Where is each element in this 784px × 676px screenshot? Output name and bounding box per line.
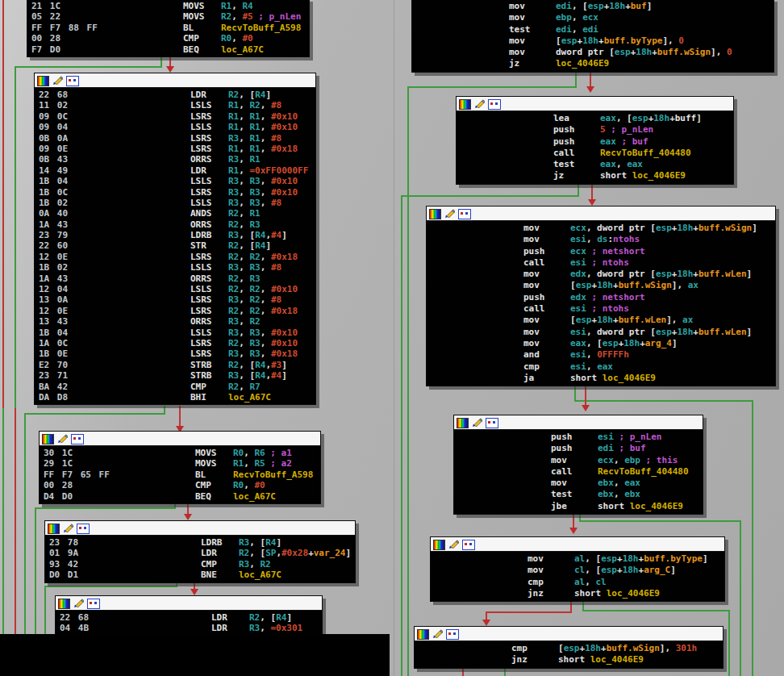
edit-pencil-icon[interactable]	[52, 73, 63, 89]
edge-arrowhead-icon	[586, 86, 594, 93]
asm-row: pusheax ; buf	[457, 136, 733, 148]
mnemonic: LSRS	[190, 133, 212, 144]
operands: R2, R7	[228, 382, 261, 392]
operands: R3, R2	[239, 559, 271, 570]
color-palette-icon[interactable]	[457, 418, 469, 428]
color-palette-icon[interactable]	[37, 76, 49, 86]
asm-row: 23 71STRBR3, [R4,#4]	[35, 370, 315, 381]
byte-column: 09 04	[39, 122, 68, 132]
edit-pencil-icon[interactable]	[57, 432, 68, 447]
byte-column: 1A 43	[39, 273, 68, 284]
operands: R3, R2, #8	[228, 294, 281, 305]
graph-node[interactable]: movecx, dword ptr [esp+18h+buff.wSign]mo…	[426, 206, 776, 386]
mnemonic: LSRS	[190, 306, 212, 316]
group-node-icon[interactable]	[77, 524, 90, 534]
asm-row: 12 0ELSRSR2, R2, #0x18	[35, 252, 315, 262]
edit-pencil-icon[interactable]	[448, 537, 459, 553]
graph-canvas[interactable]: 21 1CMOVSR1, R405 22MOVSR2, #5 ; p_nLenF…	[0, 0, 784, 676]
asm-row: 04 4BLDRR3, =0x301	[56, 623, 322, 633]
mnemonic: cmp	[528, 577, 544, 588]
graph-node[interactable]: leaeax, [esp+18h+buff]push5 ; p_nLenpush…	[456, 96, 734, 185]
edit-pencil-icon[interactable]	[472, 415, 482, 431]
operands: R1, R1, #0x10	[228, 122, 298, 132]
byte-column: 22 68	[60, 612, 89, 623]
graph-node[interactable]: 21 1CMOVSR1, R405 22MOVSR2, #5 ; p_nLenF…	[27, 0, 310, 57]
edge-arrowhead-icon	[166, 66, 174, 73]
byte-column: 1A 0C	[39, 338, 68, 348]
asm-row: movdword ptr [esp+18h+buff.wSign], 0	[412, 47, 774, 58]
mnemonic: LDR	[211, 612, 227, 623]
operands: R2, R1	[228, 208, 261, 219]
mnemonic: CMP	[183, 33, 199, 44]
graph-node[interactable]: 23 78LDRBR3, [R4]01 9ALDRR2, [SP,#0x28+v…	[44, 520, 356, 583]
edit-pencil-icon[interactable]	[63, 521, 73, 536]
mnemonic: cmp	[523, 361, 540, 373]
byte-column: F7 D0	[31, 44, 60, 55]
operands: esi, 0FFFFh	[570, 349, 629, 361]
operands: esi, eax	[570, 361, 613, 373]
edit-pencil-icon[interactable]	[73, 596, 84, 611]
edge-arrowhead-icon	[190, 589, 198, 595]
color-palette-icon[interactable]	[58, 599, 70, 609]
asm-row: 05 22MOVSR2, #5 ; p_nLen	[27, 11, 309, 22]
edit-pencil-icon[interactable]	[444, 207, 455, 222]
graph-node[interactable]: 22 68LDRR2, [R4]04 4BLDRR3, =0x301	[55, 595, 323, 636]
operands: R3, [R4]	[239, 537, 281, 548]
graph-node[interactable]: movedi, [esp+18h+buf]movebp, ecxtestedi,…	[411, 0, 774, 73]
color-palette-icon[interactable]	[459, 99, 471, 110]
operands: R3, R1, #8	[228, 133, 281, 144]
asm-row: 22 68LDRR2, [R4]	[35, 90, 315, 100]
edge-fallthrough	[486, 611, 572, 613]
mnemonic: ANDS	[190, 208, 212, 219]
color-palette-icon[interactable]	[42, 434, 54, 444]
operands: R2, R3	[228, 273, 261, 284]
group-node-icon[interactable]	[458, 209, 471, 219]
group-node-icon[interactable]	[71, 434, 84, 444]
graph-node[interactable]: moval, [esp+18h+buff.byType]movcl, [esp+…	[430, 536, 725, 602]
operands: short loc_4046E9	[574, 588, 660, 599]
edit-pencil-icon[interactable]	[432, 627, 443, 642]
graph-node[interactable]: 22 68LDRR2, [R4]11 02LSLSR1, R2, #809 0C…	[34, 73, 316, 405]
asm-row: movecx, dword ptr [esp+18h+buff.wSign]	[427, 223, 775, 234]
color-palette-icon[interactable]	[417, 629, 429, 640]
byte-column: 05 22	[31, 11, 60, 22]
asm-row: leaeax, [esp+18h+buff]	[457, 113, 733, 124]
edit-pencil-icon[interactable]	[474, 97, 485, 112]
graph-node[interactable]: 30 1CMOVSR0, R6 ; a129 1CMOVSR1, R5 ; a2…	[39, 431, 321, 504]
asm-row: mov[esp+18h+buff.wLen], ax	[427, 315, 775, 326]
asm-row: D4 D0BEQloc_A67C	[40, 491, 320, 502]
asm-row: jzloc_4046E9	[412, 58, 774, 69]
mnemonic: LSRS	[190, 111, 212, 122]
asm-row: movebx, eax	[454, 478, 703, 489]
color-palette-icon[interactable]	[429, 209, 441, 219]
operands: edi ; buf	[598, 443, 646, 454]
byte-column: 11 02	[39, 100, 68, 111]
group-node-icon[interactable]	[87, 599, 100, 609]
group-node-icon[interactable]	[462, 540, 475, 550]
operands: eax, [esp+18h+arg_4]	[570, 338, 678, 349]
group-node-icon[interactable]	[488, 99, 501, 110]
operands: cl, [esp+18h+arg_C]	[574, 565, 676, 576]
group-node-icon[interactable]	[66, 76, 79, 86]
asm-row: pushesi ; p_nLen	[454, 432, 703, 443]
node-titlebar	[415, 627, 723, 641]
byte-column: 0B 43	[39, 154, 68, 165]
mnemonic: ORRS	[190, 154, 212, 165]
group-node-icon[interactable]	[446, 629, 459, 640]
asm-row: 23 78LDRBR3, [R4]	[45, 537, 355, 548]
graph-node[interactable]: cmp[esp+18h+buff.wSign], 301hjnzshort lo…	[414, 626, 724, 669]
operands: short loc_4046E9	[558, 654, 644, 666]
operands: [esp+18h+buff.wSign], 301h	[558, 643, 697, 654]
mnemonic: jnz	[528, 588, 544, 599]
color-palette-icon[interactable]	[48, 524, 60, 534]
byte-column: 09 0E	[39, 144, 68, 154]
byte-column: 04 4B	[60, 623, 89, 633]
group-node-icon[interactable]	[486, 418, 498, 428]
operands: esi ; ntohs	[570, 303, 629, 315]
graph-node[interactable]: pushesi ; p_nLenpushedi ; bufmovecx, ebp…	[453, 415, 703, 515]
operands: edi, edi	[556, 24, 598, 35]
operands: ebp, ecx	[556, 12, 598, 23]
mnemonic: mov	[523, 269, 540, 280]
color-palette-icon[interactable]	[433, 540, 445, 550]
mnemonic: LSRS	[190, 348, 212, 359]
